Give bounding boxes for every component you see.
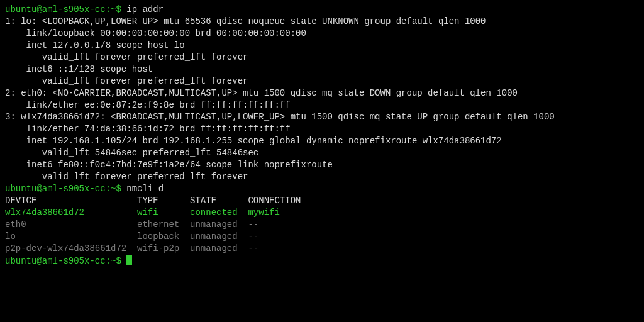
nmcli-row: p2p-dev-wlx74da38661d72 wifi-p2p unmanag… [5,243,311,253]
ip-addr-output-line: inet6 ::1/128 scope host [5,64,153,74]
cursor [126,255,132,265]
ip-addr-output-line: 2: eth0: <NO-CARRIER,BROADCAST,MULTICAST… [5,88,518,98]
shell-prompt: ubuntu@aml-s905x-cc:~$ [5,256,126,266]
nmcli-row: wlx74da38661d72 wifi connected mywifi [5,208,311,218]
ip-addr-output-line: link/ether ee:0e:87:2e:f9:8e brd ff:ff:f… [5,100,291,110]
terminal-viewport[interactable]: ubuntu@aml-s905x-cc:~$ ip addr1: lo: <LO… [0,0,644,271]
ip-addr-output-line: 3: wlx74da38661d72: <BROADCAST,MULTICAST… [5,112,555,122]
ip-addr-output-line: inet 127.0.0.1/8 scope host lo [5,40,185,50]
shell-prompt: ubuntu@aml-s905x-cc:~$ [5,4,126,14]
ip-addr-output-line: 1: lo: <LOOPBACK,UP,LOWER_UP> mtu 65536 … [5,16,486,26]
ip-addr-output-line: link/ether 74:da:38:66:1d:72 brd ff:ff:f… [5,124,291,134]
ip-addr-output-line: inet6 fe80::f0c4:7bd:7e9f:1a2e/64 scope … [5,160,333,170]
command-nmcli-d: nmcli d [126,184,164,194]
ip-addr-output-line: valid_lft forever preferred_lft forever [5,172,248,182]
nmcli-header: DEVICE TYPE STATE CONNECTION [5,196,311,206]
nmcli-row: eth0 ethernet unmanaged -- [5,219,311,230]
shell-prompt: ubuntu@aml-s905x-cc:~$ [5,184,126,194]
ip-addr-output-line: inet 192.168.1.105/24 brd 192.168.1.255 … [5,136,502,146]
ip-addr-output-line: valid_lft forever preferred_lft forever [5,76,248,86]
command-ip-addr: ip addr [126,4,164,14]
nmcli-row: lo loopback unmanaged -- [5,231,311,242]
ip-addr-output-line: valid_lft forever preferred_lft forever [5,52,248,62]
ip-addr-output-line: link/loopback 00:00:00:00:00:00 brd 00:0… [5,28,306,38]
ip-addr-output-line: valid_lft 54846sec preferred_lft 54846se… [5,148,258,158]
